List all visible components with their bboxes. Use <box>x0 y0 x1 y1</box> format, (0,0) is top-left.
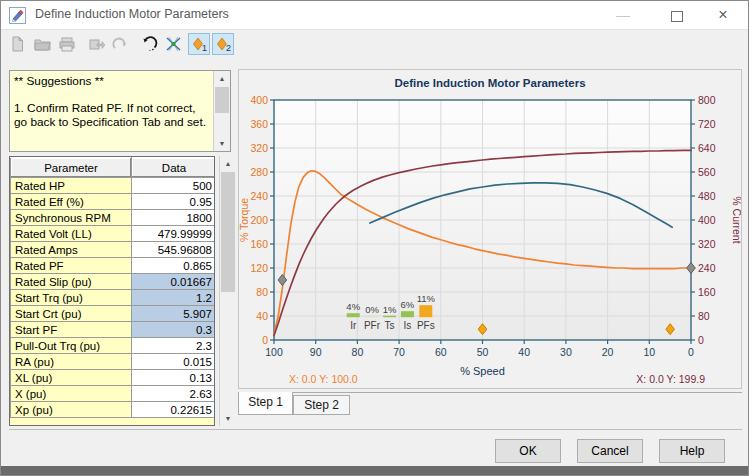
undo-icon[interactable] <box>138 33 160 55</box>
mini-bar-Ts <box>383 316 396 318</box>
scroll-down-icon[interactable]: ▼ <box>214 136 230 151</box>
table-row: Rated Amps545.96808 <box>11 242 216 258</box>
parameter-value-cell[interactable]: 0.13 <box>132 370 216 386</box>
svg-text:280: 280 <box>250 166 268 178</box>
toolbar: 1 2 <box>1 30 748 59</box>
crosshair-axes-icon[interactable] <box>162 33 184 55</box>
table-row: Synchronous RPM1800 <box>11 210 216 226</box>
mini-bar-PFs <box>419 305 432 317</box>
svg-text:40: 40 <box>256 310 268 322</box>
parameter-value-cell[interactable]: 2.63 <box>132 386 216 402</box>
scrollbar-thumb[interactable] <box>215 87 229 113</box>
parameter-label: X (pu) <box>11 386 132 402</box>
svg-text:80: 80 <box>698 310 710 322</box>
title-bar: Define Induction Motor Parameters — × <box>1 1 748 30</box>
print-icon[interactable] <box>56 33 78 55</box>
svg-text:480: 480 <box>698 190 716 202</box>
parameter-value-cell[interactable]: 0.3 <box>132 322 216 338</box>
parameter-value-cell[interactable]: 500 <box>132 178 216 194</box>
parameter-value-cell[interactable]: 2.3 <box>132 338 216 354</box>
svg-text:320: 320 <box>698 238 716 250</box>
table-row: Start Crt (pu)5.907 <box>11 306 216 322</box>
parameter-label: XL (pu) <box>11 370 132 386</box>
svg-text:100: 100 <box>265 346 283 358</box>
export-icon[interactable] <box>86 33 108 55</box>
parameter-label: Xp (pu) <box>11 402 132 418</box>
mini-bar-Is <box>401 311 414 317</box>
parameter-value-cell[interactable]: 0.865 <box>132 258 216 274</box>
define-induction-motor-parameters-dialog: Define Induction Motor Parameters — × <box>0 0 749 476</box>
svg-text:360: 360 <box>250 118 268 130</box>
cancel-button[interactable]: Cancel <box>577 439 643 463</box>
mini-bar-label: PFs <box>417 320 435 331</box>
table-row: XL (pu)0.13 <box>11 370 216 386</box>
suggestions-body: 1. Confirm Rated PF. If not correct, go … <box>14 101 210 129</box>
scroll-up-icon[interactable]: ▲ <box>220 156 236 171</box>
parameter-value-cell[interactable]: 5.907 <box>132 306 216 322</box>
scroll-up-icon[interactable]: ▲ <box>214 71 230 86</box>
open-folder-icon[interactable] <box>31 33 53 55</box>
svg-text:120: 120 <box>250 262 268 274</box>
scroll-down-icon[interactable]: ▼ <box>220 411 236 426</box>
svg-text:20: 20 <box>602 346 614 358</box>
parameter-value-cell[interactable]: 479.99999 <box>132 226 216 242</box>
marker-1-button[interactable]: 1 <box>188 33 210 55</box>
parameter-value-cell[interactable]: 1.2 <box>132 290 216 306</box>
table-row: Rated Slip (pu)0.01667 <box>11 274 216 290</box>
column-header: Data <box>132 158 216 178</box>
right-axis-label: % Current <box>731 196 741 243</box>
parameter-value-cell[interactable]: 0.015 <box>132 354 216 370</box>
chart-title: Define Induction Motor Parameters <box>394 77 585 89</box>
parameter-value-cell[interactable]: 545.96808 <box>132 242 216 258</box>
tab-step-1[interactable]: Step 1 <box>238 392 293 415</box>
marker-2-button[interactable]: 2 <box>212 33 234 55</box>
close-button[interactable]: × <box>706 1 740 29</box>
parameter-label: Pull-Out Trq (pu) <box>11 338 132 354</box>
svg-text:50: 50 <box>477 346 489 358</box>
mini-bar-label: Ir <box>350 320 357 331</box>
table-row: Rated Eff (%)0.95 <box>11 194 216 210</box>
marker-2-label: 2 <box>226 43 231 53</box>
svg-text:60: 60 <box>435 346 447 358</box>
mini-bar-PFr <box>365 316 378 317</box>
parameter-value-cell[interactable]: 0.95 <box>132 194 216 210</box>
svg-text:70: 70 <box>393 346 405 358</box>
parameter-table: ParameterDataRated HP500Rated Eff (%)0.9… <box>9 156 215 426</box>
table-row: Start Trq (pu)1.2 <box>11 290 216 306</box>
redo-icon[interactable] <box>109 33 131 55</box>
tab-step-2[interactable]: Step 2 <box>293 395 350 415</box>
svg-text:640: 640 <box>698 142 716 154</box>
x-axis-label: % Speed <box>460 365 505 377</box>
table-row: Pull-Out Trq (pu)2.3 <box>11 338 216 354</box>
svg-text:160: 160 <box>698 286 716 298</box>
ok-button[interactable]: OK <box>495 439 561 463</box>
help-button[interactable]: Help <box>659 439 725 463</box>
new-document-icon[interactable] <box>6 33 28 55</box>
parameter-label: Start PF <box>11 322 132 338</box>
motor-parameters-chart: 4003603202802402001601208040080072064056… <box>238 69 742 389</box>
parameter-value-cell[interactable]: 0.22615 <box>132 402 216 418</box>
parameter-value-cell[interactable]: 0.01667 <box>132 274 216 290</box>
parameter-value-cell[interactable]: 1800 <box>132 210 216 226</box>
parameter-label: Rated Volt (LL) <box>11 226 132 242</box>
maximize-button[interactable] <box>660 1 694 29</box>
column-header: Parameter <box>11 158 132 178</box>
parameter-label: Rated Eff (%) <box>11 194 132 210</box>
minimize-button[interactable]: — <box>606 1 640 29</box>
table-row: Start PF0.3 <box>11 322 216 338</box>
scrollbar-thumb[interactable] <box>221 172 235 292</box>
svg-text:80: 80 <box>352 346 364 358</box>
left-axis-label: % Torque <box>239 198 250 242</box>
parameter-label: Rated Amps <box>11 242 132 258</box>
svg-text:0: 0 <box>262 334 268 346</box>
svg-text:240: 240 <box>698 262 716 274</box>
mini-bar-label: Ts <box>385 320 395 331</box>
parameter-label: Rated Slip (pu) <box>11 274 132 290</box>
table-scrollbar[interactable]: ▲ ▼ <box>219 156 236 426</box>
mini-bar-pct: 4% <box>346 301 360 312</box>
mini-bar-label: PFr <box>364 320 381 331</box>
table-row: Rated Volt (LL)479.99999 <box>11 226 216 242</box>
mini-bar-pct: 11% <box>417 293 436 304</box>
marker-1-label: 1 <box>202 43 207 53</box>
suggestions-scrollbar[interactable]: ▲ ▼ <box>213 71 230 151</box>
